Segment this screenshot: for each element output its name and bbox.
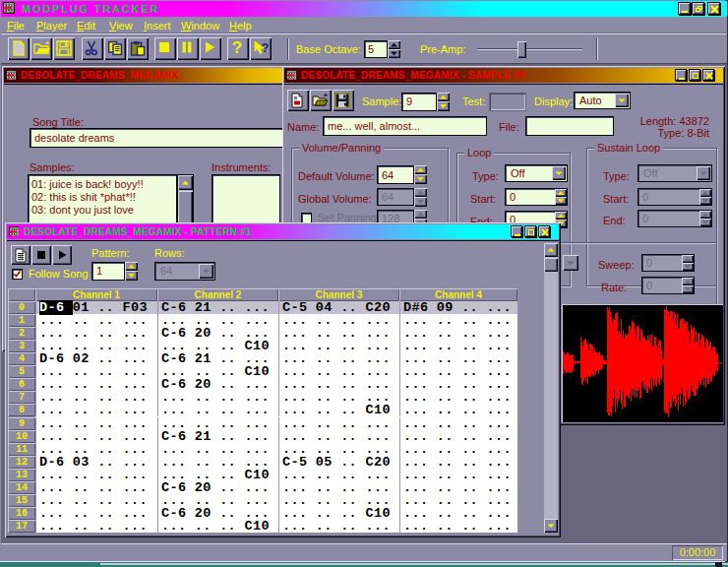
svg-text:?: ? xyxy=(232,40,242,56)
svg-text:?: ? xyxy=(262,40,270,55)
